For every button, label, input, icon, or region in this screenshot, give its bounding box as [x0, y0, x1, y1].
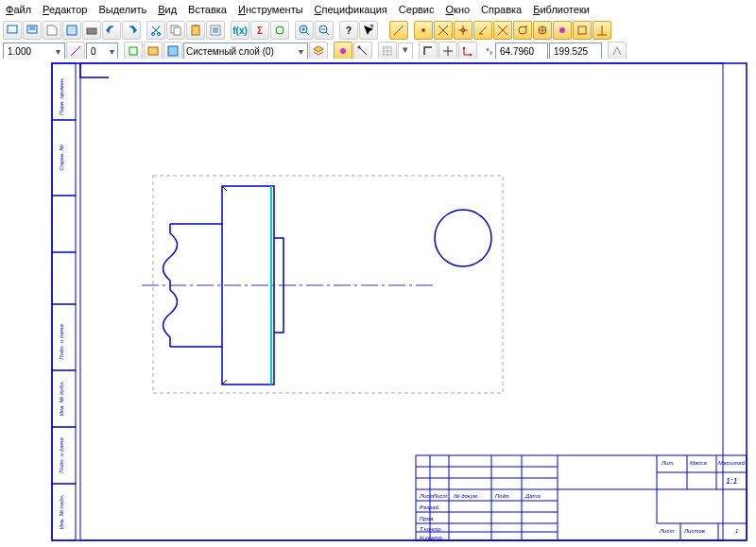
- menu-view[interactable]: Вид: [158, 4, 177, 15]
- btn-tb1-13[interactable]: Σ: [250, 21, 269, 40]
- svg-text:Справ. №: Справ. №: [59, 145, 64, 171]
- btn-r2-6[interactable]: [334, 42, 352, 60]
- btn-tb1-4[interactable]: [62, 21, 81, 40]
- btn-zoom-in[interactable]: [295, 21, 314, 40]
- svg-rect-6: [174, 27, 180, 35]
- svg-rect-0: [8, 26, 17, 33]
- btn-r2-1[interactable]: [66, 42, 85, 60]
- btn-ortho[interactable]: [419, 42, 438, 60]
- tb-lit: Лит.: [661, 460, 675, 466]
- dropdown-icon[interactable]: ▾: [53, 46, 62, 57]
- svg-point-19: [559, 27, 565, 33]
- menu-tools[interactable]: Инструменты: [238, 4, 303, 15]
- svg-text:Инв. № подп.: Инв. № подп.: [59, 494, 64, 529]
- svg-point-17: [525, 26, 527, 27]
- svg-rect-7: [192, 26, 199, 35]
- btn-lcs[interactable]: [458, 42, 477, 60]
- btn-tb1-3[interactable]: [43, 21, 61, 40]
- svg-text:Перв. примен.: Перв. примен.: [59, 77, 64, 115]
- btn-snap-8[interactable]: [533, 21, 552, 40]
- btn-snap-7[interactable]: [513, 21, 532, 40]
- svg-rect-50: [52, 196, 76, 252]
- dropdown-icon[interactable]: ▾: [108, 46, 115, 57]
- tb-row-check: Пров.: [420, 516, 435, 521]
- svg-rect-8: [194, 25, 198, 26]
- coord-y-field[interactable]: [549, 43, 602, 60]
- menu-service[interactable]: Сервис: [399, 4, 435, 15]
- step-field[interactable]: ▾: [86, 43, 118, 60]
- tb-col-date: Дата: [524, 493, 541, 499]
- tb-scale: Масштаб: [718, 460, 746, 466]
- btn-zoom-out[interactable]: [315, 21, 334, 40]
- scale-input[interactable]: [6, 45, 53, 58]
- layer-label: Системный слой (0): [186, 46, 296, 57]
- btn-r2-10[interactable]: [438, 42, 457, 60]
- menu-insert[interactable]: Вставка: [188, 4, 227, 15]
- menu-select[interactable]: Выделить: [98, 4, 146, 15]
- svg-point-24: [340, 48, 346, 54]
- menu-specification[interactable]: Спецификация: [315, 4, 387, 15]
- svg-rect-46: [52, 63, 747, 540]
- svg-rect-2: [87, 28, 96, 34]
- btn-help[interactable]: ?: [339, 21, 358, 40]
- toolbar-row-1: f(x) Σ ? ?: [0, 20, 756, 41]
- menu-libraries[interactable]: Библиотеки: [533, 4, 590, 15]
- btn-paste[interactable]: [186, 21, 205, 40]
- btn-cut[interactable]: [146, 21, 165, 40]
- tb-row-tcontr: Т.контр.: [420, 526, 442, 532]
- btn-r2-4[interactable]: [163, 42, 182, 60]
- svg-text:?: ?: [369, 24, 373, 30]
- btn-snap-1[interactable]: [389, 21, 408, 40]
- btn-grid[interactable]: [378, 42, 397, 60]
- btn-copy[interactable]: [166, 21, 185, 40]
- dropdown-icon[interactable]: ▾: [398, 43, 413, 60]
- menu-help[interactable]: Справка: [481, 4, 522, 15]
- tb-sheets-n: 1: [735, 528, 738, 534]
- drawing-canvas[interactable]: Перв. примен. Справ. № Подп. и дата Инв.…: [0, 59, 756, 547]
- menu-window[interactable]: Окно: [446, 4, 471, 15]
- btn-undo[interactable]: [102, 21, 121, 40]
- dropdown-icon[interactable]: ▾: [296, 46, 305, 57]
- btn-props[interactable]: [206, 21, 225, 40]
- btn-snap-2[interactable]: [414, 21, 433, 40]
- btn-r2-12[interactable]: [608, 42, 627, 60]
- btn-snap-6[interactable]: [493, 21, 512, 40]
- btn-tb1-2[interactable]: [23, 21, 42, 40]
- scale-field[interactable]: ▾: [3, 43, 65, 60]
- btn-tb1-14[interactable]: [270, 21, 289, 40]
- coord-x-field[interactable]: [495, 43, 548, 60]
- menu-file[interactable]: Файл: [6, 4, 31, 15]
- btn-whatsthis[interactable]: ?: [359, 21, 378, 40]
- coord-x-input[interactable]: [498, 45, 545, 58]
- btn-snap-10[interactable]: [573, 21, 592, 40]
- svg-rect-22: [148, 47, 158, 55]
- svg-text:Инв. № дубл.: Инв. № дубл.: [59, 382, 64, 417]
- menu-edit[interactable]: Редактор: [43, 4, 87, 15]
- btn-snap-5[interactable]: [473, 21, 492, 40]
- tb-col-list: Лист: [432, 493, 447, 499]
- svg-point-16: [519, 26, 526, 34]
- tb-row-ncontr: Н.контр.: [420, 535, 443, 540]
- btn-tb1-1[interactable]: [3, 21, 22, 40]
- btn-snap-4[interactable]: [454, 21, 472, 40]
- btn-tb1-5[interactable]: [82, 21, 101, 40]
- btn-r2-7[interactable]: [353, 42, 372, 60]
- btn-r2-3[interactable]: [144, 42, 163, 60]
- svg-rect-21: [129, 47, 137, 55]
- tb-col-sign: Подп.: [495, 493, 510, 499]
- tb-col-docnum: № докум.: [454, 493, 478, 499]
- coord-y-input[interactable]: [552, 45, 599, 58]
- svg-point-3: [152, 33, 155, 36]
- tb-mass: Масса: [690, 460, 707, 466]
- layer-field[interactable]: Системный слой (0)▾: [183, 43, 308, 60]
- btn-snap-3[interactable]: [434, 21, 453, 40]
- btn-r2-2[interactable]: [124, 42, 143, 60]
- tb-col-izm: Лист: [419, 493, 434, 499]
- btn-vars[interactable]: f(x): [231, 21, 249, 40]
- btn-snap-11[interactable]: [593, 21, 611, 40]
- btn-snap-9[interactable]: [553, 21, 572, 40]
- btn-layers[interactable]: [309, 42, 328, 60]
- btn-redo[interactable]: [122, 21, 141, 40]
- coord-label-icon: ˣᵧ: [483, 46, 494, 56]
- step-input[interactable]: [89, 45, 108, 58]
